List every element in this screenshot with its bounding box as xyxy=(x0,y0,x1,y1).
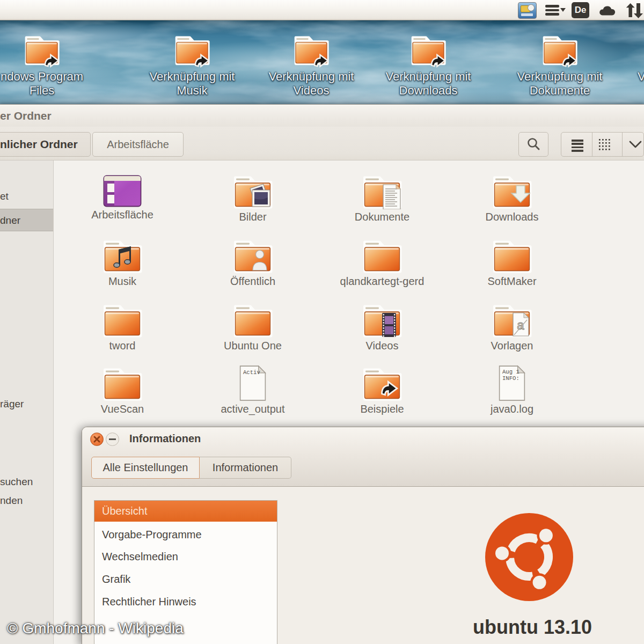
svg-text:Aug 1: Aug 1 xyxy=(502,369,519,375)
svg-text:Activ: Activ xyxy=(243,369,260,376)
svg-text:INFO:: INFO: xyxy=(502,375,519,382)
